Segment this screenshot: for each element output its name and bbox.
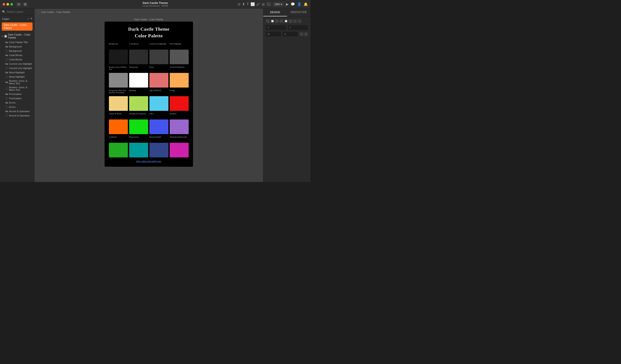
- layer-child-2[interactable]: Background: [0, 49, 34, 53]
- sidebar: 🔍 Pages ＋ ▾ Dark Castle – Color Palette …: [0, 9, 34, 182]
- layer-child-4[interactable]: Code Blocks: [0, 57, 34, 62]
- layer-frame-label: Dark Castle – Color Palette: [8, 33, 33, 39]
- align-right-icon[interactable]: ⬛: [275, 19, 279, 23]
- frame-icon: ⬜: [4, 35, 7, 38]
- color-cell-19: Functions & Keywords: [170, 136, 189, 157]
- w-input[interactable]: [270, 33, 279, 35]
- align-center-v-icon[interactable]: ⬜: [284, 19, 288, 23]
- layer-child-7[interactable]: Aa Word Highlight: [0, 70, 34, 75]
- minimize-button[interactable]: [6, 3, 9, 6]
- search-input[interactable]: [7, 10, 32, 13]
- color-cell-2: Current Line Highlight: [149, 43, 168, 64]
- close-button[interactable]: [2, 3, 5, 6]
- color-label-8: Foreground, Plain Text, Brackets, & Symb…: [109, 89, 128, 95]
- title-center: Dark Castle Theme Local Document · sRGB: [142, 1, 168, 7]
- layer-child-5[interactable]: Aa Current Line Highlight: [0, 62, 34, 66]
- notification-icon[interactable]: 🔔: [304, 2, 308, 6]
- rect-icon: [5, 67, 8, 70]
- layer-child-12[interactable]: Punctuation: [0, 96, 34, 101]
- tab-prototype[interactable]: PROTOTYPE: [287, 9, 311, 16]
- layer-child-16[interactable]: Accent & Operators: [0, 113, 34, 118]
- flip-v-icon[interactable]: ↕: [304, 32, 308, 36]
- color-cell-12: Classes & Words: [109, 113, 128, 134]
- xy-row: X Y: [266, 25, 308, 30]
- layer-child-label-15: Accent & Operators: [9, 110, 30, 113]
- distribute-v-icon[interactable]: ↕: [298, 19, 301, 23]
- align-left-icon[interactable]: ⬛: [266, 19, 270, 23]
- grid-icon[interactable]: [23, 2, 28, 6]
- toolbar-icon-1[interactable]: ⊙: [238, 2, 241, 6]
- x-input[interactable]: [270, 26, 284, 29]
- w-field: W: [266, 32, 281, 36]
- color-swatch-16: [109, 143, 128, 157]
- align-top-icon[interactable]: ⬛: [279, 19, 283, 23]
- canvas-area[interactable]: ⬛ Dark Castle – Color Palette Dark Castl…: [34, 9, 263, 182]
- color-label-19: Functions & Keywords: [170, 136, 189, 142]
- rect-icon: [5, 105, 8, 108]
- svg-rect-2: [18, 4, 18, 5]
- color-cell-0: Background: [109, 43, 128, 64]
- layer-child-1[interactable]: Aa Background: [0, 44, 34, 49]
- pages-actions: ＋ ▾: [27, 17, 32, 21]
- layer-child-8[interactable]: Word Highlight: [0, 75, 34, 79]
- add-page-button[interactable]: ＋: [27, 17, 30, 21]
- toolbar-icon-3[interactable]: T: [247, 2, 249, 6]
- color-label-4: Borders, Icons, & Menu Text: [109, 66, 128, 72]
- color-swatch-14: [149, 120, 168, 134]
- y-input[interactable]: [292, 26, 306, 29]
- active-page-item[interactable]: Dark Castle – Color Palette: [2, 22, 33, 31]
- layer-child-3[interactable]: Aa Code Blocks: [0, 53, 34, 57]
- layer-frame-row[interactable]: ▾ ⬜ Dark Castle – Color Palette: [0, 32, 34, 40]
- palette-card: Dark Castle Theme Color Palette Backgrou…: [104, 22, 193, 167]
- layer-child-9[interactable]: Aa Borders, Icons, & Menu Text: [0, 79, 34, 85]
- layer-child-13[interactable]: Aa Errors: [0, 101, 34, 105]
- h-input[interactable]: [287, 33, 296, 35]
- color-cell-5: Punctuation: [129, 66, 148, 87]
- frame-label: Dark Castle – Color Palette: [134, 18, 163, 21]
- color-swatch-4: [109, 73, 128, 87]
- toolbar-icon-5[interactable]: 🖊: [257, 2, 260, 6]
- palette-link[interactable]: https://darkcastle.netlify.app/: [109, 160, 189, 162]
- x-field: X: [266, 25, 286, 30]
- play-button[interactable]: ▶: [286, 2, 289, 6]
- color-label-6: Errors: [149, 66, 168, 72]
- comment-icon[interactable]: 💬: [291, 2, 295, 6]
- document-subtitle: Local Document · sRGB: [142, 4, 168, 7]
- color-label-14: URLs: [149, 113, 168, 119]
- tab-design[interactable]: DESIGN: [263, 9, 287, 16]
- layer-child-label-3: Code Blocks: [9, 54, 22, 56]
- zoom-control[interactable]: 28% ▾: [273, 2, 284, 6]
- svg-rect-0: [18, 3, 18, 4]
- toolbar-icon-4[interactable]: ⬜: [251, 2, 255, 6]
- layer-child-11[interactable]: Aa Punctuation: [0, 92, 34, 96]
- layer-child-10[interactable]: Borders, Icons, & Menu Text: [0, 85, 34, 92]
- align-bottom-icon[interactable]: ⬛: [289, 19, 292, 23]
- wh-row: W H ↔ ↕: [266, 32, 308, 36]
- layer-child-14[interactable]: Errors: [0, 105, 34, 109]
- layer-child-label-9: Borders, Icons, & Menu Text: [9, 80, 33, 85]
- toolbar-icon-6[interactable]: ◎: [262, 2, 265, 6]
- palette-title-line1: Dark Castle Theme: [109, 26, 189, 33]
- color-label-3: Word Highlight: [170, 43, 189, 49]
- layer-child-label-10: Borders, Icons, & Menu Text: [9, 86, 33, 91]
- layer-child-label-7: Word Highlight: [9, 71, 25, 74]
- distribute-h-icon[interactable]: ↔: [293, 19, 297, 23]
- layer-child-15[interactable]: Aa Accent & Operators: [0, 109, 34, 113]
- color-swatch-1: [129, 50, 148, 64]
- toolbar-icon-7[interactable]: ⬛: [267, 2, 271, 6]
- layer-child-0[interactable]: Aa Color Palette Title: [0, 40, 34, 44]
- layer-child-6[interactable]: Current Line Highlight: [0, 66, 34, 70]
- flip-h-icon[interactable]: ↔: [299, 32, 303, 36]
- maximize-button[interactable]: [10, 3, 13, 6]
- layer-child-label-0: Color Palette Title: [9, 41, 28, 44]
- color-label-15: Numbers: [170, 113, 189, 119]
- h-field: H: [283, 32, 298, 36]
- rect-icon: [5, 58, 8, 61]
- view-icon[interactable]: [16, 2, 21, 6]
- share-icon[interactable]: 👤: [297, 2, 301, 6]
- align-center-h-icon[interactable]: ⬜: [270, 19, 274, 23]
- text-icon: Aa: [5, 101, 8, 104]
- pages-chevron[interactable]: ▾: [31, 17, 32, 21]
- toolbar-icon-2[interactable]: ⬆: [242, 2, 245, 6]
- svg-rect-1: [19, 3, 20, 4]
